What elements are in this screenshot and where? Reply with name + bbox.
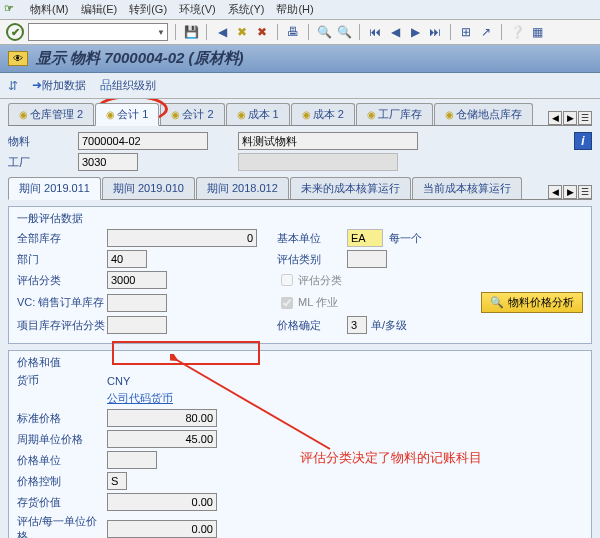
tab-costing1[interactable]: ◉成本 1 — [226, 103, 290, 125]
tab-future-costing[interactable]: 未来的成本核算运行 — [290, 177, 411, 199]
menu-system[interactable]: 系统(Y) — [228, 2, 265, 17]
enter-icon[interactable]: ✔ — [6, 23, 24, 41]
command-field[interactable]: ▼ — [28, 23, 168, 41]
tab-plant-stock[interactable]: ◉工厂库存 — [356, 103, 433, 125]
per-price-field[interactable] — [107, 430, 217, 448]
stock-val-field[interactable] — [107, 493, 217, 511]
tab-list-icon[interactable]: ☰ — [578, 111, 592, 125]
price-ctrl-field[interactable] — [107, 472, 127, 490]
tab-wm2[interactable]: ◉仓库管理 2 — [8, 103, 94, 125]
menu-help[interactable]: 帮助(H) — [276, 2, 313, 17]
menu-goto[interactable]: 转到(G) — [129, 2, 167, 17]
proj-stock-label: 项目库存评估分类 — [17, 318, 107, 333]
layout-icon[interactable]: ▦ — [529, 24, 545, 40]
toolbar: ✔ ▼ 💾 ◀ ✖ ✖ 🖶 🔍 🔍 ⏮ ◀ ▶ ⏭ ⊞ ↗ ❔ ▦ — [0, 20, 600, 45]
tab-period-prev[interactable]: 期间 2019.010 — [102, 177, 195, 199]
price-analysis-button[interactable]: 🔍物料价格分析 — [481, 292, 583, 313]
arrow-right-icon: ➜ — [32, 78, 42, 92]
org-levels-link[interactable]: 品组织级别 — [100, 77, 156, 94]
base-unit-label: 基本单位 — [277, 231, 347, 246]
material-field[interactable] — [78, 132, 208, 150]
total-stock-label: 全部库存 — [17, 231, 107, 246]
menu-env[interactable]: 环境(V) — [179, 2, 216, 17]
tab-icon: ◉ — [19, 109, 28, 120]
sub-toolbar: ⇵ ➜附加数据 品组织级别 — [0, 73, 600, 99]
price-unit-field[interactable] — [107, 451, 157, 469]
val-cat-field[interactable] — [347, 250, 387, 268]
find-next-icon[interactable]: 🔍 — [336, 24, 352, 40]
help-icon[interactable]: ❔ — [509, 24, 525, 40]
tab-accounting2[interactable]: ◉会计 2 — [160, 103, 224, 125]
val-class-cb-label: 评估分类 — [298, 273, 342, 288]
subtab-list-icon[interactable]: ☰ — [578, 185, 592, 199]
proj-stock-field[interactable] — [107, 316, 167, 334]
tab-current-costing[interactable]: 当前成本核算运行 — [412, 177, 522, 199]
division-field[interactable] — [107, 250, 147, 268]
app-icon: ☞ — [4, 2, 14, 17]
shortcut-icon[interactable]: ↗ — [478, 24, 494, 40]
price-det-field[interactable] — [347, 316, 367, 334]
valuation-title: 一般评估数据 — [17, 211, 583, 226]
val-class-label: 评估分类 — [17, 273, 107, 288]
page-title: 显示 物料 7000004-02 (原材料) — [36, 49, 244, 68]
price-det-label: 价格确定 — [277, 318, 347, 333]
tab-sloc-stock[interactable]: ◉仓储地点库存 — [434, 103, 533, 125]
plant-label: 工厂 — [8, 155, 78, 170]
save-icon[interactable]: 💾 — [183, 24, 199, 40]
annotation-text: 评估分类决定了物料的记账科目 — [300, 449, 482, 467]
prices-title: 价格和值 — [17, 355, 583, 370]
plant-field[interactable] — [78, 153, 138, 171]
tab-scroll-right-icon[interactable]: ▶ — [563, 111, 577, 125]
tab-period-current[interactable]: 期间 2019.011 — [8, 177, 101, 200]
company-currency-link[interactable]: 公司代码货币 — [107, 391, 173, 406]
menu-edit[interactable]: 编辑(E) — [81, 2, 118, 17]
val-class-field[interactable] — [107, 271, 167, 289]
vc-sales-label: VC: 销售订单库存 — [17, 295, 107, 310]
val-per-unit-field[interactable] — [107, 520, 217, 538]
std-price-field[interactable] — [107, 409, 217, 427]
print-icon[interactable]: 🖶 — [285, 24, 301, 40]
title-bar: 👁 显示 物料 7000004-02 (原材料) — [0, 45, 600, 73]
back-icon[interactable]: ◀ — [214, 24, 230, 40]
ml-checkbox — [281, 297, 293, 309]
additional-data-link[interactable]: ➜附加数据 — [32, 78, 86, 93]
next-page-icon[interactable]: ▶ — [407, 24, 423, 40]
base-unit-text: 每一个 — [389, 231, 422, 246]
plant-desc-field — [238, 153, 398, 171]
subtab-left-icon[interactable]: ◀ — [548, 185, 562, 199]
prices-group: 价格和值 货币 CNY 公司代码货币 标准价格 周期单位价格 价格单位 价格控制… — [8, 350, 592, 538]
material-label: 物料 — [8, 134, 78, 149]
val-per-unit-label: 评估/每一单位价格 — [17, 514, 107, 538]
total-stock-field[interactable] — [107, 229, 257, 247]
last-page-icon[interactable]: ⏭ — [427, 24, 443, 40]
menu-material[interactable]: 物料(M) — [30, 2, 69, 17]
org-icon: 品 — [100, 78, 112, 92]
vc-sales-field[interactable] — [107, 294, 167, 312]
expand-icon[interactable]: ⇵ — [8, 79, 18, 93]
stock-val-label: 存货价值 — [17, 495, 107, 510]
cancel-icon[interactable]: ✖ — [254, 24, 270, 40]
val-class-checkbox — [281, 274, 293, 286]
tab-icon: ◉ — [367, 109, 376, 120]
tab-icon: ◉ — [237, 109, 246, 120]
std-price-label: 标准价格 — [17, 411, 107, 426]
tab-accounting1[interactable]: ◉会计 1 — [95, 103, 159, 126]
material-desc-field[interactable] — [238, 132, 418, 150]
tab-scroll-left-icon[interactable]: ◀ — [548, 111, 562, 125]
division-label: 部门 — [17, 252, 107, 267]
new-session-icon[interactable]: ⊞ — [458, 24, 474, 40]
main-tabstrip: ◉仓库管理 2 ◉会计 1 ◉会计 2 ◉成本 1 ◉成本 2 ◉工厂库存 ◉仓… — [8, 103, 592, 126]
price-ctrl-label: 价格控制 — [17, 474, 107, 489]
info-icon[interactable]: i — [574, 132, 592, 150]
tab-costing2[interactable]: ◉成本 2 — [291, 103, 355, 125]
first-page-icon[interactable]: ⏮ — [367, 24, 383, 40]
price-unit-label: 价格单位 — [17, 453, 107, 468]
find-icon[interactable]: 🔍 — [316, 24, 332, 40]
tab-period-year[interactable]: 期间 2018.012 — [196, 177, 289, 199]
content-area: ◉仓库管理 2 ◉会计 1 ◉会计 2 ◉成本 1 ◉成本 2 ◉工厂库存 ◉仓… — [0, 99, 600, 538]
window-icon: 👁 — [8, 51, 28, 66]
subtab-right-icon[interactable]: ▶ — [563, 185, 577, 199]
exit-icon[interactable]: ✖ — [234, 24, 250, 40]
subtab-scroll: ◀ ▶ ☰ — [548, 185, 592, 199]
prev-page-icon[interactable]: ◀ — [387, 24, 403, 40]
